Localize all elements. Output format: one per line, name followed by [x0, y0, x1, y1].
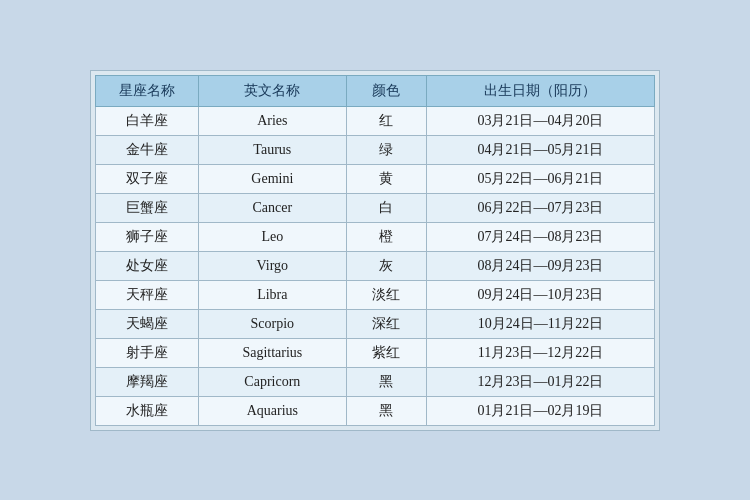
- cell-english: Aquarius: [198, 396, 346, 425]
- cell-color: 白: [346, 193, 426, 222]
- zodiac-table: 星座名称 英文名称 颜色 出生日期（阳历） 白羊座Aries红03月21日—04…: [95, 75, 655, 426]
- table-row: 金牛座Taurus绿04月21日—05月21日: [96, 135, 655, 164]
- cell-date: 10月24日—11月22日: [426, 309, 654, 338]
- cell-date: 04月21日—05月21日: [426, 135, 654, 164]
- cell-date: 07月24日—08月23日: [426, 222, 654, 251]
- cell-color: 橙: [346, 222, 426, 251]
- cell-english: Taurus: [198, 135, 346, 164]
- table-row: 水瓶座Aquarius黑01月21日—02月19日: [96, 396, 655, 425]
- cell-chinese: 白羊座: [96, 106, 199, 135]
- table-header-row: 星座名称 英文名称 颜色 出生日期（阳历）: [96, 75, 655, 106]
- table-row: 天蝎座Scorpio深红10月24日—11月22日: [96, 309, 655, 338]
- zodiac-table-container: 星座名称 英文名称 颜色 出生日期（阳历） 白羊座Aries红03月21日—04…: [90, 70, 660, 431]
- cell-chinese: 金牛座: [96, 135, 199, 164]
- cell-color: 绿: [346, 135, 426, 164]
- cell-chinese: 摩羯座: [96, 367, 199, 396]
- header-english: 英文名称: [198, 75, 346, 106]
- cell-color: 黄: [346, 164, 426, 193]
- table-row: 白羊座Aries红03月21日—04月20日: [96, 106, 655, 135]
- cell-english: Aries: [198, 106, 346, 135]
- cell-date: 01月21日—02月19日: [426, 396, 654, 425]
- cell-chinese: 巨蟹座: [96, 193, 199, 222]
- cell-date: 11月23日—12月22日: [426, 338, 654, 367]
- table-row: 射手座Sagittarius紫红11月23日—12月22日: [96, 338, 655, 367]
- table-row: 巨蟹座Cancer白06月22日—07月23日: [96, 193, 655, 222]
- cell-date: 09月24日—10月23日: [426, 280, 654, 309]
- cell-english: Virgo: [198, 251, 346, 280]
- table-row: 摩羯座Capricorn黑12月23日—01月22日: [96, 367, 655, 396]
- table-row: 狮子座Leo橙07月24日—08月23日: [96, 222, 655, 251]
- cell-chinese: 处女座: [96, 251, 199, 280]
- cell-color: 红: [346, 106, 426, 135]
- cell-date: 06月22日—07月23日: [426, 193, 654, 222]
- header-color: 颜色: [346, 75, 426, 106]
- table-row: 天秤座Libra淡红09月24日—10月23日: [96, 280, 655, 309]
- cell-color: 深红: [346, 309, 426, 338]
- cell-date: 12月23日—01月22日: [426, 367, 654, 396]
- cell-color: 淡红: [346, 280, 426, 309]
- cell-color: 黑: [346, 396, 426, 425]
- table-body: 白羊座Aries红03月21日—04月20日金牛座Taurus绿04月21日—0…: [96, 106, 655, 425]
- cell-english: Gemini: [198, 164, 346, 193]
- cell-english: Sagittarius: [198, 338, 346, 367]
- header-chinese: 星座名称: [96, 75, 199, 106]
- cell-color: 黑: [346, 367, 426, 396]
- cell-chinese: 射手座: [96, 338, 199, 367]
- cell-english: Cancer: [198, 193, 346, 222]
- cell-english: Libra: [198, 280, 346, 309]
- cell-english: Capricorn: [198, 367, 346, 396]
- cell-chinese: 水瓶座: [96, 396, 199, 425]
- cell-chinese: 天秤座: [96, 280, 199, 309]
- table-row: 处女座Virgo灰08月24日—09月23日: [96, 251, 655, 280]
- cell-chinese: 狮子座: [96, 222, 199, 251]
- cell-english: Leo: [198, 222, 346, 251]
- cell-color: 灰: [346, 251, 426, 280]
- cell-date: 08月24日—09月23日: [426, 251, 654, 280]
- cell-color: 紫红: [346, 338, 426, 367]
- table-row: 双子座Gemini黄05月22日—06月21日: [96, 164, 655, 193]
- cell-english: Scorpio: [198, 309, 346, 338]
- cell-chinese: 天蝎座: [96, 309, 199, 338]
- cell-date: 03月21日—04月20日: [426, 106, 654, 135]
- header-date: 出生日期（阳历）: [426, 75, 654, 106]
- cell-chinese: 双子座: [96, 164, 199, 193]
- cell-date: 05月22日—06月21日: [426, 164, 654, 193]
